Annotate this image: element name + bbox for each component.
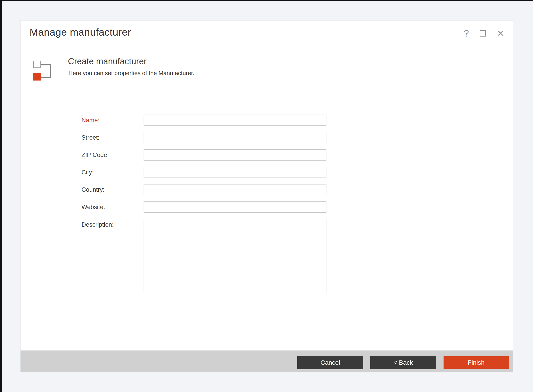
description-label: Description: bbox=[81, 219, 143, 229]
name-input[interactable] bbox=[143, 115, 326, 126]
icon-connector-line bbox=[41, 64, 51, 78]
form-row-name: Name: bbox=[81, 115, 326, 126]
wizard-step-icon bbox=[33, 60, 53, 80]
window-controls: ? ✕ bbox=[464, 29, 504, 38]
form-row-street: Street: bbox=[81, 132, 326, 143]
finish-button[interactable]: Finish bbox=[443, 356, 509, 369]
manufacturer-form: Name: Street: ZIP Code: City: Country: W… bbox=[81, 115, 326, 299]
cancel-button-suffix: ancel bbox=[325, 359, 340, 366]
back-button-prefix: < bbox=[394, 359, 399, 366]
name-label: Name: bbox=[81, 115, 143, 126]
finish-button-suffix: inish bbox=[471, 359, 485, 366]
zip-code-label: ZIP Code: bbox=[81, 149, 143, 161]
back-button-suffix: ack bbox=[403, 359, 413, 366]
manage-manufacturer-dialog: Manage manufacturer ? ✕ Create manufactu… bbox=[20, 20, 513, 372]
dialog-footer-bar: Cancel < Back Finish bbox=[20, 350, 513, 372]
city-label: City: bbox=[81, 167, 143, 178]
maximize-box-glyph bbox=[480, 30, 486, 37]
street-input[interactable] bbox=[143, 132, 326, 143]
street-label: Street: bbox=[81, 132, 143, 143]
form-row-country: Country: bbox=[81, 184, 326, 195]
window-title: Manage manufacturer bbox=[30, 26, 131, 38]
form-row-description: Description: bbox=[81, 219, 326, 293]
back-button[interactable]: < Back bbox=[370, 356, 436, 369]
description-textarea[interactable] bbox=[143, 219, 326, 293]
app-background: Manage manufacturer ? ✕ Create manufactu… bbox=[2, 1, 533, 392]
country-input[interactable] bbox=[143, 184, 326, 195]
form-row-zip: ZIP Code: bbox=[81, 149, 326, 161]
page-title: Create manufacturer bbox=[68, 57, 147, 66]
back-button-accel: B bbox=[399, 359, 403, 366]
icon-outline-square bbox=[33, 61, 41, 68]
close-icon[interactable]: ✕ bbox=[497, 29, 504, 38]
form-row-city: City: bbox=[81, 167, 326, 178]
help-icon[interactable]: ? bbox=[464, 29, 469, 38]
cancel-button-accel: C bbox=[320, 359, 325, 366]
form-row-website: Website: bbox=[81, 201, 326, 213]
icon-filled-square bbox=[33, 73, 41, 80]
website-input[interactable] bbox=[143, 201, 326, 213]
city-input[interactable] bbox=[143, 167, 326, 178]
country-label: Country: bbox=[81, 184, 143, 195]
website-label: Website: bbox=[81, 201, 143, 213]
finish-button-accel: F bbox=[468, 359, 471, 366]
page-subtitle: Here you can set properties of the Manuf… bbox=[68, 70, 194, 77]
maximize-icon[interactable] bbox=[480, 30, 486, 37]
zip-code-input[interactable] bbox=[143, 149, 326, 161]
cancel-button[interactable]: Cancel bbox=[297, 356, 363, 369]
